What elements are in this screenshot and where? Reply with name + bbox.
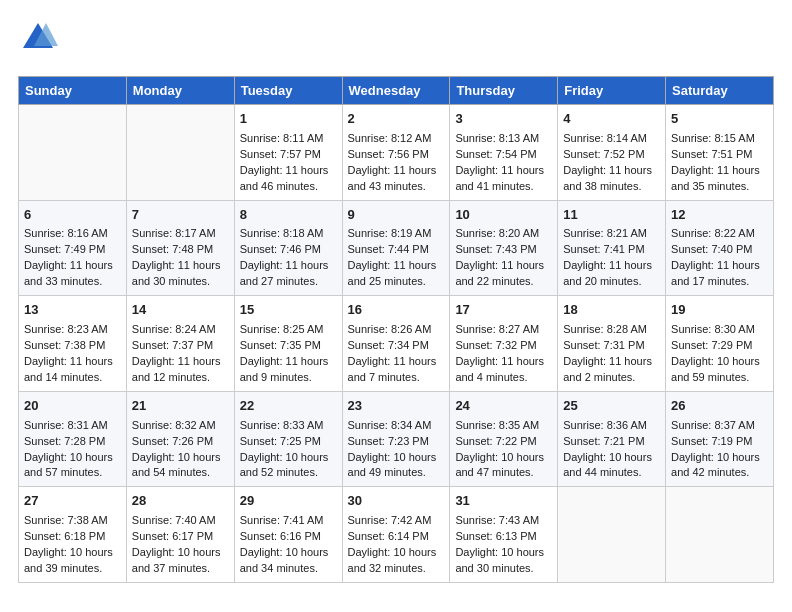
daylight-text: Daylight: 11 hours and 30 minutes. bbox=[132, 259, 221, 287]
calendar-week-row: 13Sunrise: 8:23 AMSunset: 7:38 PMDayligh… bbox=[19, 296, 774, 392]
day-number: 30 bbox=[348, 492, 445, 511]
sunset-text: Sunset: 7:54 PM bbox=[455, 148, 536, 160]
day-number: 12 bbox=[671, 206, 768, 225]
sunrise-text: Sunrise: 8:24 AM bbox=[132, 323, 216, 335]
sunset-text: Sunset: 6:14 PM bbox=[348, 530, 429, 542]
day-number: 16 bbox=[348, 301, 445, 320]
day-number: 19 bbox=[671, 301, 768, 320]
sunset-text: Sunset: 7:49 PM bbox=[24, 243, 105, 255]
day-number: 28 bbox=[132, 492, 229, 511]
day-number: 4 bbox=[563, 110, 660, 129]
sunset-text: Sunset: 6:17 PM bbox=[132, 530, 213, 542]
day-number: 15 bbox=[240, 301, 337, 320]
sunset-text: Sunset: 7:35 PM bbox=[240, 339, 321, 351]
day-number: 18 bbox=[563, 301, 660, 320]
calendar-week-row: 1Sunrise: 8:11 AMSunset: 7:57 PMDaylight… bbox=[19, 105, 774, 201]
sunrise-text: Sunrise: 8:22 AM bbox=[671, 227, 755, 239]
daylight-text: Daylight: 11 hours and 43 minutes. bbox=[348, 164, 437, 192]
calendar-cell: 17Sunrise: 8:27 AMSunset: 7:32 PMDayligh… bbox=[450, 296, 558, 392]
sunrise-text: Sunrise: 7:43 AM bbox=[455, 514, 539, 526]
calendar-cell: 16Sunrise: 8:26 AMSunset: 7:34 PMDayligh… bbox=[342, 296, 450, 392]
sunrise-text: Sunrise: 8:14 AM bbox=[563, 132, 647, 144]
sunset-text: Sunset: 7:28 PM bbox=[24, 435, 105, 447]
calendar-cell: 18Sunrise: 8:28 AMSunset: 7:31 PMDayligh… bbox=[558, 296, 666, 392]
sunset-text: Sunset: 7:25 PM bbox=[240, 435, 321, 447]
daylight-text: Daylight: 11 hours and 22 minutes. bbox=[455, 259, 544, 287]
header bbox=[18, 18, 774, 62]
sunset-text: Sunset: 6:18 PM bbox=[24, 530, 105, 542]
day-number: 24 bbox=[455, 397, 552, 416]
sunset-text: Sunset: 7:41 PM bbox=[563, 243, 644, 255]
day-number: 14 bbox=[132, 301, 229, 320]
calendar-cell: 30Sunrise: 7:42 AMSunset: 6:14 PMDayligh… bbox=[342, 487, 450, 583]
sunset-text: Sunset: 6:13 PM bbox=[455, 530, 536, 542]
daylight-text: Daylight: 11 hours and 27 minutes. bbox=[240, 259, 329, 287]
daylight-text: Daylight: 11 hours and 41 minutes. bbox=[455, 164, 544, 192]
calendar-cell bbox=[666, 487, 774, 583]
daylight-text: Daylight: 11 hours and 33 minutes. bbox=[24, 259, 113, 287]
sunset-text: Sunset: 7:43 PM bbox=[455, 243, 536, 255]
calendar-cell: 6Sunrise: 8:16 AMSunset: 7:49 PMDaylight… bbox=[19, 200, 127, 296]
daylight-text: Daylight: 10 hours and 47 minutes. bbox=[455, 451, 544, 479]
sunset-text: Sunset: 7:46 PM bbox=[240, 243, 321, 255]
day-number: 31 bbox=[455, 492, 552, 511]
sunset-text: Sunset: 7:31 PM bbox=[563, 339, 644, 351]
calendar-cell: 2Sunrise: 8:12 AMSunset: 7:56 PMDaylight… bbox=[342, 105, 450, 201]
day-number: 13 bbox=[24, 301, 121, 320]
calendar-cell: 21Sunrise: 8:32 AMSunset: 7:26 PMDayligh… bbox=[126, 391, 234, 487]
sunrise-text: Sunrise: 7:38 AM bbox=[24, 514, 108, 526]
sunset-text: Sunset: 7:37 PM bbox=[132, 339, 213, 351]
calendar-cell: 13Sunrise: 8:23 AMSunset: 7:38 PMDayligh… bbox=[19, 296, 127, 392]
day-number: 1 bbox=[240, 110, 337, 129]
calendar-cell bbox=[19, 105, 127, 201]
sunset-text: Sunset: 7:48 PM bbox=[132, 243, 213, 255]
calendar-cell: 10Sunrise: 8:20 AMSunset: 7:43 PMDayligh… bbox=[450, 200, 558, 296]
sunrise-text: Sunrise: 8:32 AM bbox=[132, 419, 216, 431]
day-number: 20 bbox=[24, 397, 121, 416]
daylight-text: Daylight: 11 hours and 14 minutes. bbox=[24, 355, 113, 383]
day-number: 25 bbox=[563, 397, 660, 416]
calendar-cell: 20Sunrise: 8:31 AMSunset: 7:28 PMDayligh… bbox=[19, 391, 127, 487]
sunset-text: Sunset: 7:26 PM bbox=[132, 435, 213, 447]
daylight-text: Daylight: 10 hours and 44 minutes. bbox=[563, 451, 652, 479]
day-number: 11 bbox=[563, 206, 660, 225]
daylight-text: Daylight: 10 hours and 49 minutes. bbox=[348, 451, 437, 479]
sunrise-text: Sunrise: 8:33 AM bbox=[240, 419, 324, 431]
calendar-header-row: SundayMondayTuesdayWednesdayThursdayFrid… bbox=[19, 77, 774, 105]
page-container: SundayMondayTuesdayWednesdayThursdayFrid… bbox=[0, 0, 792, 593]
sunrise-text: Sunrise: 8:30 AM bbox=[671, 323, 755, 335]
sunrise-text: Sunrise: 7:42 AM bbox=[348, 514, 432, 526]
weekday-header-wednesday: Wednesday bbox=[342, 77, 450, 105]
calendar-cell: 5Sunrise: 8:15 AMSunset: 7:51 PMDaylight… bbox=[666, 105, 774, 201]
sunset-text: Sunset: 7:38 PM bbox=[24, 339, 105, 351]
sunset-text: Sunset: 7:56 PM bbox=[348, 148, 429, 160]
sunrise-text: Sunrise: 8:21 AM bbox=[563, 227, 647, 239]
weekday-header-monday: Monday bbox=[126, 77, 234, 105]
sunset-text: Sunset: 7:51 PM bbox=[671, 148, 752, 160]
daylight-text: Daylight: 11 hours and 4 minutes. bbox=[455, 355, 544, 383]
sunrise-text: Sunrise: 8:17 AM bbox=[132, 227, 216, 239]
sunrise-text: Sunrise: 8:18 AM bbox=[240, 227, 324, 239]
sunrise-text: Sunrise: 8:13 AM bbox=[455, 132, 539, 144]
calendar-cell: 14Sunrise: 8:24 AMSunset: 7:37 PMDayligh… bbox=[126, 296, 234, 392]
calendar-cell: 3Sunrise: 8:13 AMSunset: 7:54 PMDaylight… bbox=[450, 105, 558, 201]
logo bbox=[18, 18, 62, 62]
day-number: 5 bbox=[671, 110, 768, 129]
sunrise-text: Sunrise: 8:26 AM bbox=[348, 323, 432, 335]
sunrise-text: Sunrise: 8:16 AM bbox=[24, 227, 108, 239]
sunrise-text: Sunrise: 8:19 AM bbox=[348, 227, 432, 239]
daylight-text: Daylight: 10 hours and 57 minutes. bbox=[24, 451, 113, 479]
daylight-text: Daylight: 10 hours and 59 minutes. bbox=[671, 355, 760, 383]
day-number: 6 bbox=[24, 206, 121, 225]
calendar-cell: 26Sunrise: 8:37 AMSunset: 7:19 PMDayligh… bbox=[666, 391, 774, 487]
calendar-cell: 9Sunrise: 8:19 AMSunset: 7:44 PMDaylight… bbox=[342, 200, 450, 296]
sunrise-text: Sunrise: 8:37 AM bbox=[671, 419, 755, 431]
day-number: 7 bbox=[132, 206, 229, 225]
day-number: 21 bbox=[132, 397, 229, 416]
daylight-text: Daylight: 10 hours and 52 minutes. bbox=[240, 451, 329, 479]
calendar-cell: 22Sunrise: 8:33 AMSunset: 7:25 PMDayligh… bbox=[234, 391, 342, 487]
calendar-cell: 25Sunrise: 8:36 AMSunset: 7:21 PMDayligh… bbox=[558, 391, 666, 487]
sunrise-text: Sunrise: 8:23 AM bbox=[24, 323, 108, 335]
sunset-text: Sunset: 7:57 PM bbox=[240, 148, 321, 160]
daylight-text: Daylight: 11 hours and 12 minutes. bbox=[132, 355, 221, 383]
